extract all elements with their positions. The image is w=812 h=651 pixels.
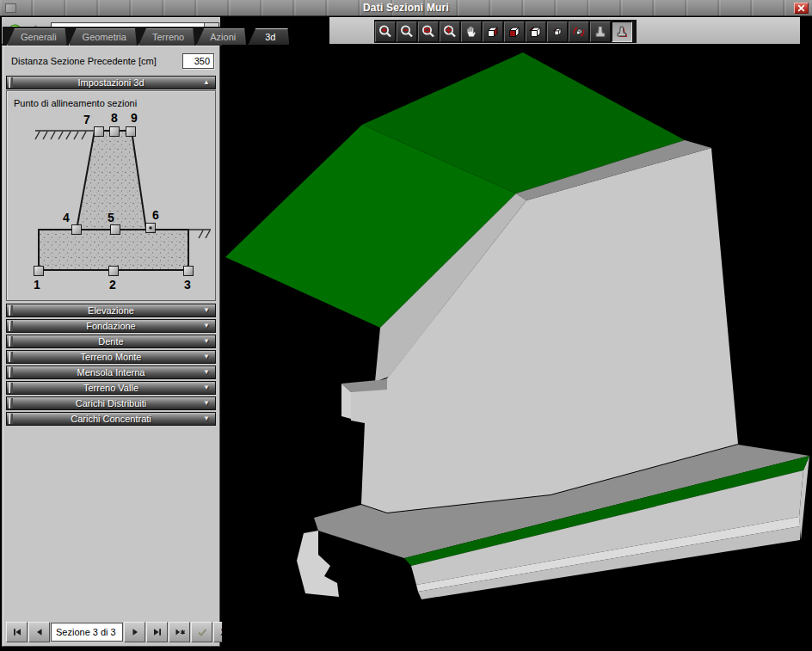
grip-icon: [9, 398, 13, 408]
nav-prev-button[interactable]: [28, 622, 50, 642]
sidebar: Generali Geometria Terreno Azioni 3d Dis…: [2, 45, 220, 647]
insert-record-icon: [174, 626, 186, 638]
prev-record-icon: [34, 626, 46, 638]
rotate-view-button[interactable]: [569, 21, 589, 42]
section-label: Elevazione: [88, 305, 134, 316]
section-label: Mensola Interna: [77, 367, 145, 378]
point-label-6: 6: [152, 208, 159, 222]
distanza-row: Distanza Sezione Precedente [cm]: [11, 53, 214, 69]
point-label-7: 7: [83, 113, 90, 126]
dente-block: [297, 531, 339, 597]
view-cube-right-icon: [485, 24, 501, 40]
tab-terreno[interactable]: Terreno: [138, 28, 194, 46]
confirm-check-icon: [196, 626, 208, 638]
collapse-down-icon: ▼: [203, 304, 210, 316]
align-point-1[interactable]: [34, 267, 44, 276]
record-indicator: [51, 623, 123, 642]
wall-solid-button[interactable]: [590, 21, 611, 42]
section-terreno-valle[interactable]: Terreno Valle ▼: [6, 381, 216, 395]
wall-section-active-icon: [614, 24, 630, 40]
section-label: Terreno Valle: [83, 383, 138, 393]
zoom-in-icon: [378, 24, 393, 40]
section-fondazione[interactable]: Fondazione ▼: [6, 319, 216, 333]
grip-icon: [9, 414, 13, 424]
zoom-in-button[interactable]: [375, 21, 396, 42]
grip-icon: [9, 367, 13, 378]
wall-section-diagram[interactable]: 7 8 9 4 5 6 1 2 3: [7, 108, 217, 296]
align-point-4[interactable]: [72, 225, 82, 235]
zoom-window-button[interactable]: [418, 21, 439, 42]
point-label-3: 3: [184, 278, 191, 292]
section-label: Carichi Distribuiti: [76, 398, 147, 408]
title-bar[interactable]: Dati Sezioni Muri: [0, 0, 812, 16]
wall-section-icon: [593, 24, 608, 40]
point-label-1: 1: [34, 278, 40, 292]
section-navigator: [6, 621, 216, 642]
distanza-input[interactable]: [182, 53, 214, 69]
section-mensola-interna[interactable]: Mensola Interna ▼: [6, 365, 216, 379]
terrain-monte-line: [35, 131, 95, 139]
section-elevazione[interactable]: Elevazione ▼: [6, 304, 216, 317]
zoom-out-icon: [399, 24, 415, 40]
impostazioni-3d-header[interactable]: Impostazioni 3d ▲: [6, 76, 216, 89]
first-record-icon: [11, 626, 23, 638]
rotate-view-icon: [571, 24, 587, 40]
collapse-down-icon: ▼: [203, 397, 210, 409]
point-label-9: 9: [131, 111, 138, 125]
window-title: Dati Sezioni Muri: [0, 0, 812, 16]
nav-first-button[interactable]: [6, 622, 28, 642]
collapse-down-icon: ▼: [203, 382, 210, 394]
view-cube-right-button[interactable]: [483, 21, 503, 42]
point-label-2: 2: [109, 278, 116, 292]
pan-button[interactable]: [461, 21, 482, 42]
collapse-down-icon: ▼: [203, 320, 210, 332]
nav-post-button[interactable]: [191, 622, 212, 642]
wall-solid-active-button[interactable]: [612, 21, 632, 42]
section-label: Terreno Monte: [81, 352, 142, 362]
wall-3d-render: [222, 45, 810, 649]
align-point-7[interactable]: [95, 127, 104, 137]
align-point-8[interactable]: [110, 127, 120, 137]
section-carichi-concentrati[interactable]: Carichi Concentrati ▼: [6, 412, 216, 426]
collapse-down-icon: ▼: [203, 335, 210, 347]
dialog-dati-sezioni-muri: Dati Sezioni Muri: [0, 0, 812, 651]
grip-icon: [9, 321, 13, 331]
tab-bar: Generali Geometria Terreno Azioni 3d: [3, 27, 221, 46]
zoom-out-button[interactable]: [397, 21, 417, 42]
grip-icon: [9, 352, 13, 362]
diagram-footing: [39, 230, 188, 270]
section-label: Fondazione: [86, 321, 136, 331]
distanza-label: Distanza Sezione Precedente [cm]: [11, 56, 182, 66]
align-point-9[interactable]: [126, 127, 136, 137]
align-point-5[interactable]: [111, 225, 120, 235]
nav-last-button[interactable]: [146, 622, 168, 642]
collapse-down-icon: ▼: [203, 351, 210, 363]
close-button[interactable]: [794, 3, 809, 14]
view-toolbar: [329, 17, 800, 44]
nav-insert-button[interactable]: [169, 622, 190, 642]
zoom-extents-button[interactable]: [440, 21, 460, 42]
tab-geometria[interactable]: Geometria: [69, 28, 137, 46]
tab-generali[interactable]: Generali: [7, 28, 67, 46]
grip-icon: [9, 383, 13, 393]
align-point-2[interactable]: [109, 267, 119, 276]
section-carichi-distribuiti[interactable]: Carichi Distribuiti ▼: [6, 396, 216, 410]
view-cube-front-button[interactable]: [504, 21, 525, 42]
tab-azioni[interactable]: Azioni: [196, 28, 246, 46]
align-point-3[interactable]: [184, 267, 194, 276]
point-label-4: 4: [63, 211, 70, 224]
view-axonometric-icon: [550, 24, 565, 40]
zoom-extents-icon: [442, 24, 458, 40]
close-icon: [797, 4, 805, 12]
section-terreno-monte[interactable]: Terreno Monte ▼: [6, 350, 216, 364]
grip-icon: [9, 305, 13, 316]
pan-hand-icon: [464, 24, 479, 40]
viewport-3d[interactable]: [222, 45, 810, 649]
view-axonometric-button[interactable]: [547, 21, 568, 42]
view-cube-corner-button[interactable]: [526, 21, 546, 42]
view-icon-strip: [374, 20, 637, 43]
section-dente[interactable]: Dente ▼: [6, 335, 216, 348]
next-record-icon: [129, 626, 141, 638]
nav-next-button[interactable]: [124, 622, 145, 642]
alignment-panel: Punto di allineamento sezioni: [6, 90, 216, 301]
